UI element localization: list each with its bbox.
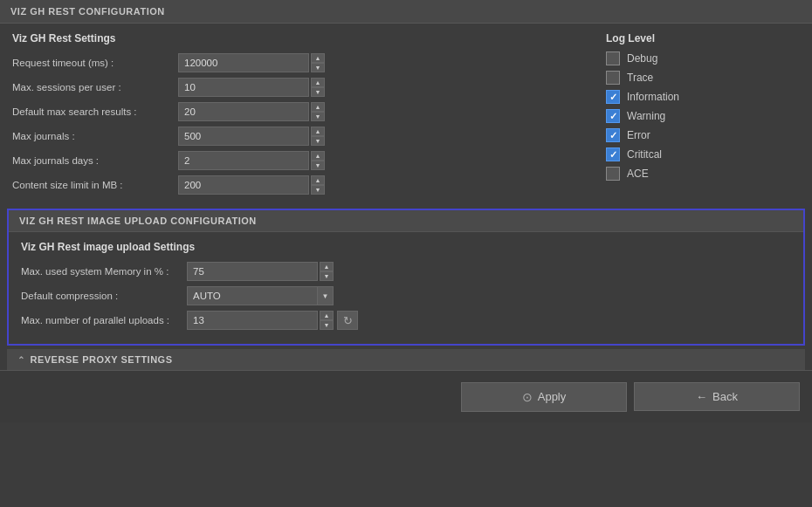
refresh-icon: ↻: [343, 314, 353, 327]
reverse-proxy-collapse-icon[interactable]: ⌃: [17, 355, 25, 365]
max-sessions-down[interactable]: ▼: [311, 87, 325, 97]
checkbox-debug-label: Debug: [627, 52, 657, 65]
content-size-row: Content size limit in MB : ▲ ▼: [12, 175, 581, 195]
checkbox-warning[interactable]: [606, 109, 620, 123]
image-upload-subtitle: Viz GH Rest image upload Settings: [21, 241, 791, 253]
image-upload-content: Viz GH Rest image upload Settings Max. u…: [9, 232, 803, 344]
default-compression-select-wrapper: AUTO NONE LOW MEDIUM HIGH ▼: [187, 286, 334, 305]
max-parallel-up[interactable]: ▲: [320, 311, 334, 320]
content-size-label: Content size limit in MB :: [12, 180, 178, 190]
apply-button[interactable]: ⊙ Apply: [461, 382, 627, 412]
default-max-search-input[interactable]: [178, 102, 309, 121]
checkbox-critical[interactable]: [606, 147, 620, 161]
max-journals-days-down[interactable]: ▼: [311, 161, 325, 170]
viz-gh-rest-title: VIZ GH REST CONFIGURATION: [0, 0, 812, 24]
checkbox-error[interactable]: [606, 128, 620, 142]
default-max-search-row: Default max search results : ▲ ▼: [12, 102, 581, 121]
max-memory-spinner: ▲ ▼: [320, 262, 334, 281]
content-size-input[interactable]: [178, 175, 309, 195]
max-journals-days-spinner: ▲ ▼: [311, 151, 325, 170]
reverse-proxy-section: ⌃ REVERSE PROXY SETTINGS: [7, 349, 805, 370]
request-timeout-spinner: ▲ ▼: [311, 53, 325, 72]
max-memory-input[interactable]: [187, 262, 318, 281]
request-timeout-row: Request timeout (ms) : ▲ ▼: [12, 53, 581, 72]
max-journals-days-up[interactable]: ▲: [311, 151, 325, 161]
default-max-search-label: Default max search results :: [12, 106, 178, 117]
request-timeout-input[interactable]: [178, 53, 309, 72]
image-upload-section: VIZ GH REST IMAGE UPLOAD CONFIGURATION V…: [7, 209, 805, 346]
checkbox-warning-label: Warning: [627, 110, 665, 122]
default-max-search-spinner: ▲ ▼: [311, 102, 325, 121]
reverse-proxy-title: REVERSE PROXY SETTINGS: [31, 354, 173, 365]
max-sessions-spinner: ▲ ▼: [311, 78, 325, 97]
checkbox-trace-label: Trace: [627, 72, 653, 84]
top-sections: Viz GH Rest Settings Request timeout (ms…: [0, 24, 812, 209]
back-arrow-icon: ←: [696, 390, 707, 403]
footer-bar: ⊙ Apply ← Back: [0, 370, 812, 422]
checkbox-information-row: Information: [606, 90, 800, 104]
max-memory-up[interactable]: ▲: [320, 262, 334, 271]
max-sessions-row: Max. sessions per user : ▲ ▼: [12, 78, 581, 97]
max-memory-down[interactable]: ▼: [320, 271, 334, 281]
request-timeout-input-wrapper: ▲ ▼: [178, 53, 325, 72]
content-size-input-wrapper: ▲ ▼: [178, 175, 325, 195]
checkbox-trace-row: Trace: [606, 71, 800, 85]
checkbox-debug[interactable]: [606, 51, 620, 65]
max-journals-days-row: Max journals days : ▲ ▼: [12, 151, 581, 170]
request-timeout-label: Request timeout (ms) :: [12, 58, 178, 68]
reverse-proxy-header: ⌃ REVERSE PROXY SETTINGS: [7, 349, 805, 370]
request-timeout-down[interactable]: ▼: [311, 63, 325, 72]
max-journals-label: Max journals :: [12, 131, 178, 141]
checkbox-warning-row: Warning: [606, 109, 800, 123]
default-compression-select[interactable]: AUTO NONE LOW MEDIUM HIGH: [187, 286, 318, 305]
content-size-down[interactable]: ▼: [311, 185, 325, 195]
max-journals-row: Max journals : ▲ ▼: [12, 127, 581, 146]
content-size-spinner: ▲ ▼: [311, 175, 325, 195]
max-sessions-label: Max. sessions per user :: [12, 82, 178, 92]
max-memory-input-wrapper: ▲ ▼: [187, 262, 334, 281]
max-parallel-refresh-button[interactable]: ↻: [337, 311, 358, 330]
checkbox-ace[interactable]: [606, 167, 620, 181]
checkbox-ace-label: ACE: [627, 168, 649, 180]
apply-label: Apply: [538, 390, 567, 403]
max-parallel-down[interactable]: ▼: [320, 320, 334, 330]
checkbox-information-label: Information: [627, 91, 679, 103]
max-parallel-label: Max. number of parallel uploads :: [21, 314, 187, 327]
max-parallel-row: Max. number of parallel uploads : ▲ ▼ ↻: [21, 311, 791, 330]
checkbox-trace[interactable]: [606, 71, 620, 85]
max-journals-input-wrapper: ▲ ▼: [178, 127, 325, 146]
max-journals-days-label: Max journals days :: [12, 155, 178, 166]
max-journals-input[interactable]: [178, 127, 309, 146]
max-parallel-input[interactable]: [187, 311, 318, 330]
apply-icon: ⊙: [522, 390, 533, 404]
checkbox-ace-row: ACE: [606, 167, 800, 181]
checkbox-information[interactable]: [606, 90, 620, 104]
max-sessions-up[interactable]: ▲: [311, 78, 325, 87]
main-container: VIZ GH REST CONFIGURATION Viz GH Rest Se…: [0, 0, 812, 507]
viz-gh-rest-section: VIZ GH REST CONFIGURATION Viz GH Rest Se…: [0, 0, 812, 209]
compression-select-arrow-icon[interactable]: ▼: [318, 286, 334, 305]
default-compression-row: Default compression : AUTO NONE LOW MEDI…: [21, 286, 791, 305]
back-button[interactable]: ← Back: [634, 382, 800, 411]
image-upload-header: VIZ GH REST IMAGE UPLOAD CONFIGURATION: [9, 210, 803, 232]
back-label: Back: [712, 390, 738, 403]
content-size-up[interactable]: ▲: [311, 175, 325, 185]
max-journals-up[interactable]: ▲: [311, 127, 325, 136]
checkbox-error-label: Error: [627, 129, 650, 141]
max-sessions-input-wrapper: ▲ ▼: [178, 78, 325, 97]
max-journals-down[interactable]: ▼: [311, 136, 325, 146]
max-sessions-input[interactable]: [178, 78, 309, 97]
max-parallel-spinner: ▲ ▼: [320, 311, 334, 330]
log-level-title: Log Level: [606, 32, 800, 45]
default-max-search-input-wrapper: ▲ ▼: [178, 102, 325, 121]
max-journals-days-input[interactable]: [178, 151, 309, 170]
settings-subtitle: Viz GH Rest Settings: [12, 32, 581, 45]
default-max-search-up[interactable]: ▲: [311, 102, 325, 112]
checkbox-critical-label: Crititcal: [627, 148, 662, 161]
checkbox-error-row: Error: [606, 128, 800, 142]
default-compression-label: Default compression :: [21, 291, 187, 301]
max-journals-days-input-wrapper: ▲ ▼: [178, 151, 325, 170]
request-timeout-up[interactable]: ▲: [311, 53, 325, 63]
default-max-search-down[interactable]: ▼: [311, 112, 325, 121]
checkbox-debug-row: Debug: [606, 51, 800, 65]
